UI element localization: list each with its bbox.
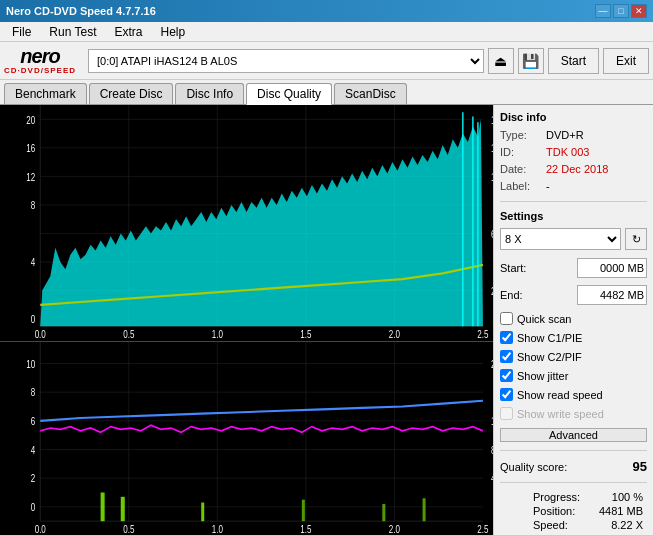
svg-rect-52 (423, 498, 426, 521)
svg-text:4: 4 (31, 256, 36, 269)
svg-text:0.5: 0.5 (123, 522, 135, 535)
speed-label: Speed: (533, 519, 568, 531)
svg-text:0: 0 (31, 313, 36, 326)
quick-scan-row: Quick scan (500, 312, 647, 325)
svg-text:0: 0 (31, 500, 36, 513)
svg-text:1.0: 1.0 (212, 522, 224, 535)
minimize-button[interactable]: — (595, 4, 611, 18)
disc-label-value: - (546, 180, 550, 192)
svg-text:2.0: 2.0 (389, 522, 401, 535)
top-chart-svg: 20 16 12 8 4 0 16 12 10 6 2 0.0 0.5 1.0 … (0, 105, 493, 341)
progress-value: 100 % (612, 491, 643, 503)
show-jitter-checkbox[interactable] (500, 369, 513, 382)
disc-label-row: Label: - (500, 180, 647, 192)
divider-3 (500, 482, 647, 483)
show-c1pie-row: Show C1/PIE (500, 331, 647, 344)
progress-label: Progress: (533, 491, 580, 503)
svg-text:16: 16 (26, 142, 35, 155)
start-mb-input[interactable] (577, 258, 647, 278)
show-write-speed-label: Show write speed (517, 408, 604, 420)
svg-rect-49 (201, 502, 204, 521)
quality-score-label: Quality score: (500, 461, 567, 473)
position-label: Position: (533, 505, 575, 517)
speed-selector[interactable]: 8 X 4 X 2 X MAX (500, 228, 621, 250)
save-icon[interactable]: 💾 (518, 48, 544, 74)
menu-run-test[interactable]: Run Test (41, 23, 104, 41)
divider-1 (500, 201, 647, 202)
speed-row: Speed: 8.22 X (533, 519, 643, 531)
eject-icon[interactable]: ⏏ (488, 48, 514, 74)
nero-logo-text: nero (20, 46, 59, 66)
settings-title: Settings (500, 210, 647, 222)
svg-text:2: 2 (31, 472, 35, 485)
show-read-speed-checkbox[interactable] (500, 388, 513, 401)
position-value: 4481 MB (599, 505, 643, 517)
svg-text:12: 12 (491, 414, 493, 427)
svg-rect-47 (101, 492, 105, 521)
show-write-speed-checkbox[interactable] (500, 407, 513, 420)
disc-id-label: ID: (500, 146, 542, 158)
svg-text:10: 10 (26, 357, 35, 370)
cdspeed-logo-text: CD·DVD/SPEED (4, 66, 76, 75)
end-mb-row: End: (500, 285, 647, 305)
svg-text:1.5: 1.5 (300, 522, 312, 535)
end-mb-input[interactable] (577, 285, 647, 305)
show-c1pie-checkbox[interactable] (500, 331, 513, 344)
menu-bar: File Run Test Extra Help (0, 22, 653, 42)
show-write-speed-row: Show write speed (500, 407, 647, 420)
menu-file[interactable]: File (4, 23, 39, 41)
svg-text:8: 8 (491, 443, 493, 456)
show-jitter-row: Show jitter (500, 369, 647, 382)
speed-settings-row: 8 X 4 X 2 X MAX ↻ (500, 228, 647, 250)
tab-disc-info[interactable]: Disc Info (175, 83, 244, 104)
menu-help[interactable]: Help (153, 23, 194, 41)
tab-create-disc[interactable]: Create Disc (89, 83, 174, 104)
drive-selector[interactable]: [0:0] ATAPI iHAS124 B AL0S (88, 49, 484, 73)
disc-info-title: Disc info (500, 111, 647, 123)
close-button[interactable]: ✕ (631, 4, 647, 18)
progress-row: Progress: 100 % (533, 491, 643, 503)
disc-date-label: Date: (500, 163, 542, 175)
disc-type-label: Type: (500, 129, 542, 141)
speed-value: 8.22 X (611, 519, 643, 531)
progress-section: Progress: 100 % Position: 4481 MB Speed:… (533, 491, 643, 531)
svg-text:20: 20 (26, 113, 35, 126)
tab-scandisc[interactable]: ScanDisc (334, 83, 407, 104)
top-chart: 20 16 12 8 4 0 16 12 10 6 2 0.0 0.5 1.0 … (0, 105, 493, 342)
bottom-chart: 10 8 6 4 2 0 20 12 8 4 0.0 0.5 1.0 1.5 2… (0, 342, 493, 536)
maximize-button[interactable]: □ (613, 4, 629, 18)
window-controls[interactable]: — □ ✕ (595, 4, 647, 18)
title-bar: Nero CD-DVD Speed 4.7.7.16 — □ ✕ (0, 0, 653, 22)
refresh-button[interactable]: ↻ (625, 228, 647, 250)
disc-date-value: 22 Dec 2018 (546, 163, 608, 175)
start-button[interactable]: Start (548, 48, 599, 74)
svg-text:16: 16 (491, 113, 493, 126)
svg-text:2.5: 2.5 (477, 522, 489, 535)
show-read-speed-label: Show read speed (517, 389, 603, 401)
svg-text:12: 12 (491, 142, 493, 155)
toolbar: nero CD·DVD/SPEED [0:0] ATAPI iHAS124 B … (0, 42, 653, 80)
position-row: Position: 4481 MB (533, 505, 643, 517)
quick-scan-checkbox[interactable] (500, 312, 513, 325)
svg-text:6: 6 (491, 227, 493, 240)
disc-type-value: DVD+R (546, 129, 584, 141)
tab-disc-quality[interactable]: Disc Quality (246, 83, 332, 105)
svg-text:0.5: 0.5 (123, 327, 135, 340)
advanced-button[interactable]: Advanced (500, 428, 647, 442)
svg-text:6: 6 (31, 414, 36, 427)
exit-button[interactable]: Exit (603, 48, 649, 74)
tab-benchmark[interactable]: Benchmark (4, 83, 87, 104)
right-panel: Disc info Type: DVD+R ID: TDK 003 Date: … (493, 105, 653, 535)
menu-extra[interactable]: Extra (106, 23, 150, 41)
show-c2pif-checkbox[interactable] (500, 350, 513, 363)
svg-text:4: 4 (31, 443, 36, 456)
bottom-chart-svg: 10 8 6 4 2 0 20 12 8 4 0.0 0.5 1.0 1.5 2… (0, 342, 493, 536)
disc-id-row: ID: TDK 003 (500, 146, 647, 158)
svg-text:1.0: 1.0 (212, 327, 224, 340)
app-logo: nero CD·DVD/SPEED (4, 46, 76, 75)
svg-text:2.5: 2.5 (477, 327, 489, 340)
show-c2pif-row: Show C2/PIF (500, 350, 647, 363)
main-content: 20 16 12 8 4 0 16 12 10 6 2 0.0 0.5 1.0 … (0, 105, 653, 535)
disc-date-row: Date: 22 Dec 2018 (500, 163, 647, 175)
divider-2 (500, 450, 647, 451)
